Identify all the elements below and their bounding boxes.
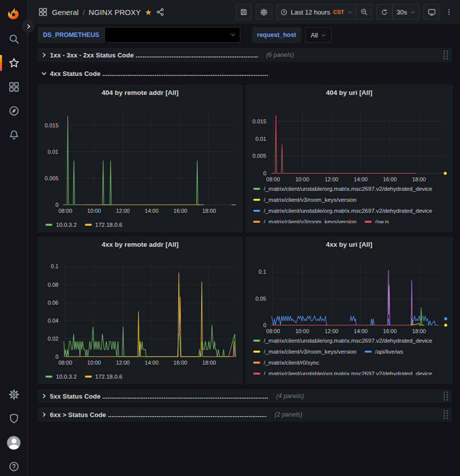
legend-item[interactable]: /sw.js <box>365 219 389 223</box>
legend-label[interactable]: /_matrix/client/v3/room_keys/version <box>264 349 357 355</box>
row-panel-count: (2 panels) <box>275 411 303 418</box>
svg-text:0.1: 0.1 <box>51 263 58 269</box>
variable-label-ds-prometheus: DS_PROMETHEUS <box>38 27 104 43</box>
legend-item[interactable]: /_matrix/client/unstable/org.matrix.msc2… <box>253 186 433 192</box>
time-range-picker[interactable]: Last 12 hours CST <box>276 4 356 20</box>
share-icon[interactable] <box>156 7 165 16</box>
legend-swatch <box>253 221 260 223</box>
row-header-1xx-3xx-2xx[interactable]: 1xx - 3xx - 2xx Status Code ............… <box>38 48 452 62</box>
time-series-chart[interactable]: 08:0010:0012:0014:0016:0018:0000.020.040… <box>38 251 242 371</box>
legend-item[interactable]: 10.0.3.2 <box>45 374 77 380</box>
row-title: 1xx - 3xx - 2xx Status Code ............… <box>50 51 258 59</box>
legend-label[interactable]: /_matrix/client/unstable/org.matrix.msc2… <box>264 186 433 192</box>
expand-sidebar-button[interactable] <box>22 20 34 32</box>
row-header-5xx[interactable]: 5xx Status Code ........................… <box>38 389 452 403</box>
more-options-kebab-button[interactable] <box>444 4 454 20</box>
legend-swatch <box>253 340 260 342</box>
legend-label[interactable]: /_matrix/client/r0/sync <box>264 360 319 366</box>
legend-item[interactable]: /_matrix/client/v3/room_keys/version <box>253 197 357 203</box>
row-panel-count: (4 panels) <box>276 393 304 400</box>
sidebar-item-dashboards[interactable] <box>0 77 27 97</box>
row-header-6xx[interactable]: 6xx > Status Code ......................… <box>38 408 452 422</box>
compass-icon <box>8 105 20 117</box>
refresh-button[interactable] <box>376 4 392 20</box>
panel-title[interactable]: 404 by uri [All] <box>246 85 452 99</box>
chevron-right-icon <box>41 412 47 418</box>
gear-icon <box>8 389 20 401</box>
breadcrumb-section[interactable]: General <box>52 8 78 16</box>
legend-label[interactable]: /sw.js <box>375 219 389 223</box>
time-series-chart[interactable]: 08:0010:0012:0014:0016:0018:0000.050.1 <box>246 251 452 335</box>
legend-row: /_matrix/client/v3/room_keys/version/sw.… <box>253 216 452 223</box>
time-range-label: Last 12 hours <box>291 8 330 16</box>
time-series-chart[interactable]: 08:0010:0012:0014:0016:0018:0000.0050.01… <box>38 99 242 219</box>
refresh-interval-picker[interactable]: 30s <box>393 4 420 20</box>
legend-label[interactable]: 10.0.3.2 <box>56 374 77 380</box>
legend-item[interactable]: /_matrix/client/r0/sync <box>253 360 319 366</box>
svg-text:0: 0 <box>263 170 266 176</box>
sidebar-item-search[interactable] <box>0 29 27 49</box>
legend-item[interactable]: 172.18.0.6 <box>85 222 122 228</box>
grafana-logo[interactable] <box>0 4 27 24</box>
sidebar-item-help[interactable] <box>0 457 27 476</box>
legend-label[interactable]: /api/live/ws <box>375 349 403 355</box>
legend-label[interactable]: /_matrix/client/unstable/org.matrix.msc2… <box>264 338 433 344</box>
legend-label[interactable]: 172.18.0.6 <box>95 222 122 228</box>
panel-title[interactable]: 4xx by remote addr [All] <box>38 237 242 251</box>
legend-label[interactable]: 10.0.3.2 <box>56 222 77 228</box>
chevron-down-icon <box>410 9 416 15</box>
save-dashboard-button[interactable] <box>236 4 252 20</box>
svg-text:18:00: 18:00 <box>412 328 426 334</box>
star-icon <box>8 57 20 69</box>
legend-item[interactable]: /api/live/ws <box>365 349 403 355</box>
sidebar-item-explore[interactable] <box>0 101 27 121</box>
legend-item[interactable]: /_matrix/client/v3/room_keys/version <box>253 219 357 223</box>
row-header-4xx[interactable]: 4xx Status Code ........................… <box>38 67 452 80</box>
sidebar-item-configuration[interactable] <box>0 385 27 405</box>
breadcrumb: General / NGINX PROXY ★ <box>38 7 165 17</box>
row-title: 6xx > Status Code ......................… <box>50 411 267 419</box>
row-drag-handle-icon[interactable] <box>443 49 449 60</box>
dashboard-variables-bar: DS_PROMETHEUS request_host All <box>28 24 460 46</box>
svg-text:14:00: 14:00 <box>145 208 159 214</box>
legend-item[interactable]: /_matrix/client/v3/room_keys/version <box>253 349 357 355</box>
refresh-interval-label: 30s <box>397 8 407 16</box>
legend-item[interactable]: /_matrix/client/unstable/org.matrix.msc2… <box>253 208 433 214</box>
legend-row: 10.0.3.2172.18.0.6 <box>45 219 242 230</box>
legend-item[interactable]: 172.18.0.6 <box>85 374 122 380</box>
zoom-out-time-button[interactable] <box>356 4 372 20</box>
sidebar <box>0 0 28 476</box>
legend-item[interactable]: 10.0.3.2 <box>45 222 77 228</box>
svg-text:18:00: 18:00 <box>412 176 426 182</box>
row-drag-handle-icon[interactable] <box>443 391 449 402</box>
dashboard-settings-button[interactable] <box>256 4 272 20</box>
favorite-star-icon[interactable]: ★ <box>145 7 152 17</box>
panel-title[interactable]: 404 by remote addr [All] <box>38 85 242 99</box>
chevron-right-icon <box>41 393 47 399</box>
sidebar-item-profile[interactable] <box>0 433 27 453</box>
sidebar-item-alerting[interactable] <box>0 125 27 145</box>
panel-title[interactable]: 4xx by uri [All] <box>246 237 452 251</box>
legend-item[interactable]: /_matrix/client/unstable/org.matrix.msc2… <box>253 338 433 344</box>
variable-value-request-host[interactable]: All <box>305 27 332 43</box>
search-icon <box>8 33 20 45</box>
breadcrumb-dashboard-title[interactable]: NGINX PROXY <box>89 8 141 16</box>
legend-label[interactable]: /_matrix/client/v3/room_keys/version <box>264 197 357 203</box>
legend-item[interactable]: /_matrix/client/unstable/org.matrix.msc2… <box>253 371 433 375</box>
cycle-view-mode-button[interactable] <box>424 4 440 20</box>
svg-text:12:00: 12:00 <box>116 360 130 366</box>
sidebar-item-server-admin[interactable] <box>0 409 27 429</box>
row-drag-handle-icon[interactable] <box>443 409 449 420</box>
legend-label[interactable]: /_matrix/client/unstable/org.matrix.msc2… <box>264 371 433 375</box>
legend-label[interactable]: 172.18.0.6 <box>95 374 122 380</box>
apps-grid-icon <box>38 7 48 17</box>
svg-text:0.015: 0.015 <box>44 122 58 128</box>
legend-label[interactable]: /_matrix/client/v3/room_keys/version <box>264 219 357 223</box>
variable-value-ds-prometheus[interactable] <box>104 27 240 43</box>
legend-label[interactable]: /_matrix/client/unstable/org.matrix.msc2… <box>264 208 433 214</box>
time-series-chart[interactable]: 08:0010:0012:0014:0016:0018:0000.0050.01… <box>246 99 452 183</box>
legend-swatch <box>253 373 260 375</box>
legend-swatch <box>253 199 260 201</box>
legend-row: /_matrix/client/r0/sync <box>253 357 452 368</box>
sidebar-item-starred[interactable] <box>0 53 27 73</box>
